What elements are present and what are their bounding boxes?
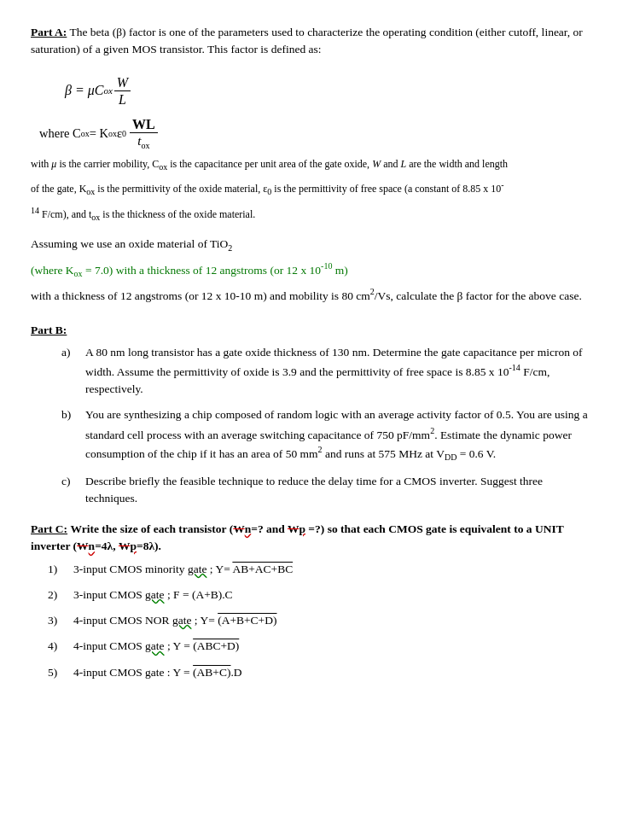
part-b-b-sup2: 2 — [318, 445, 323, 454]
part-a-title: Part A: — [31, 26, 67, 38]
desc3b: is the thickness of the oxide material. — [100, 208, 255, 220]
part-c-eq3: =4λ, — [95, 540, 119, 552]
assuming-line3: with a thickness of 12 angstroms (or 12 … — [31, 285, 597, 305]
assuming-green2: = 7.0) with a thickness of 12 angstroms … — [83, 263, 321, 276]
where-label: where C — [39, 125, 81, 143]
part-b-b-vdd: DD — [445, 453, 456, 463]
part-a-description: with μ is the carrier mobility, Cox is t… — [31, 156, 597, 173]
gate-label-4: gate — [145, 639, 165, 652]
desc-with: with — [31, 158, 51, 170]
part-b-item-a: a) A 80 nm long transistor has a gate ox… — [31, 344, 597, 398]
assuming-exp: -10 — [321, 261, 332, 271]
beta-ox-sub: ox — [103, 84, 112, 98]
desc2c: is the permittivity of free space (a con… — [271, 183, 501, 195]
part-c-content-2: 3-input CMOS gate ; F = (A+B).C — [73, 586, 597, 604]
part-b-label-a: a) — [61, 344, 85, 398]
cox-numerator: WL — [130, 116, 158, 133]
desc-and: and — [381, 158, 400, 170]
where-equals: = K — [90, 125, 108, 143]
formula-4: (ABC+D) — [193, 639, 239, 652]
part-b-a-exp: -14 — [509, 363, 520, 372]
part-c-num-2: 2) — [48, 586, 73, 604]
desc-exp: - — [501, 180, 503, 190]
part-c-intro-line: Part C: Write the size of each transisto… — [31, 521, 597, 556]
gate-label-3: gate — [172, 614, 192, 627]
part-a-description2: of the gate, Kox is the permittivity of … — [31, 178, 597, 198]
part-a-intro: Part A: The beta (β) factor is one of th… — [31, 24, 597, 59]
part-b-label: Part B: — [31, 324, 67, 336]
part-b-label-c: c) — [61, 473, 85, 508]
assuming-text3a: with a thickness of 12 angstroms (or 12 … — [31, 289, 370, 302]
wn2-strikethrough: W — [77, 540, 89, 552]
part-c-item-1: 1) 3-input CMOS minority gate ; Y= AB+AC… — [48, 561, 597, 578]
part-c-item-5: 5) 4-input CMOS gate : Y = (AB+C).D — [48, 664, 597, 681]
assuming-green3: m) — [332, 263, 347, 276]
part-c-list: 1) 3-input CMOS minority gate ; Y= AB+AC… — [48, 561, 597, 681]
formula-1: AB+AC+BC — [232, 563, 293, 575]
cox-fraction: WL tox — [130, 116, 158, 151]
beta-fraction: W L — [114, 74, 131, 108]
desc2b: is the permittivity of the oxide materia… — [95, 183, 267, 195]
part-b-item-c: c) Describe briefly the feasible techniq… — [31, 473, 597, 508]
assuming-kox-sub: ox — [74, 269, 83, 278]
part-a-section: Part A: The beta (β) factor is one of th… — [31, 24, 597, 224]
part-c-item-2: 2) 3-input CMOS gate ; F = (A+B).C — [48, 586, 597, 604]
part-c-num-3: 3) — [48, 612, 73, 629]
part-c-content-4: 4-input CMOS gate ; Y = (ABC+D) — [73, 638, 597, 655]
beta-symbol: β = μC — [65, 80, 103, 101]
desc1c: are the width and length — [406, 158, 508, 170]
epsilon-sub: 0 — [122, 127, 126, 140]
assuming-line1: Assuming we use an oxide material of TiO… — [31, 236, 597, 254]
desc1b: is the capacitance per unit area of the … — [167, 158, 372, 170]
formula-3: (A+B+C+D) — [218, 614, 276, 627]
desc-exp2: 14 — [31, 206, 39, 215]
part-b-content-c: Describe briefly the feasible technique … — [85, 473, 597, 508]
part-b-content-a: A 80 nm long transistor has a gate oxide… — [85, 344, 597, 398]
desc-W: W — [372, 158, 381, 170]
assuming-text1: Assuming we use an oxide material of TiO — [31, 237, 228, 250]
part-b-label-b: b) — [61, 406, 85, 464]
tox-sub: ox — [142, 141, 150, 150]
wn-strikethrough: W — [233, 522, 245, 535]
assuming-text3b: /Vs, calculate the β factor for the abov… — [375, 289, 582, 302]
part-c-item-4: 4) 4-input CMOS gate ; Y = (ABC+D) — [48, 638, 597, 655]
desc2a: of the gate, K — [31, 183, 86, 195]
assuming-line2-green: (where Kox = 7.0) with a thickness of 12… — [31, 260, 597, 280]
where-cox-row: where C ox = K ox ε 0 WL tox — [39, 116, 597, 151]
assuming-section: Assuming we use an oxide material of TiO… — [31, 236, 597, 305]
part-c-eq1: =? and — [251, 522, 288, 535]
part-c-num-5: 5) — [48, 664, 73, 681]
wp-strikethrough: W — [288, 522, 299, 535]
beta-formula-block: β = μC ox W L — [65, 74, 597, 108]
part-c-intro-bold: Write the size of each transistor ( — [70, 522, 233, 535]
part-c-content-3: 4-input CMOS NOR gate ; Y= (A+B+C+D) — [73, 612, 597, 629]
desc-kox-sub: ox — [86, 188, 95, 197]
gate-label-1: gate — [188, 563, 207, 575]
part-c-num-1: 1) — [48, 561, 73, 578]
wn2-label: n — [89, 540, 96, 552]
desc3a: F/cm), and t — [39, 208, 91, 220]
part-c-item-3: 3) 4-input CMOS NOR gate ; Y= (A+B+C+D) — [48, 612, 597, 629]
part-c-eq4: =8λ). — [137, 540, 161, 552]
part-b-item-b: b) You are synthesizing a chip composed … — [31, 406, 597, 464]
cox-denominator: tox — [135, 133, 152, 151]
part-c-content-5: 4-input CMOS gate : Y = (AB+C).D — [73, 664, 597, 681]
part-a-description3: 14 F/cm), and tox is the thickness of th… — [31, 204, 597, 224]
tio2-sub: 2 — [228, 243, 232, 253]
desc-cox-sub: ox — [159, 162, 167, 172]
part-b-b-sup1: 2 — [430, 426, 434, 435]
gate-label-2: gate — [145, 588, 165, 601]
part-a-intro-text: The beta (β) factor is one of the parame… — [31, 26, 583, 55]
formula-5: (AB+C) — [193, 666, 230, 679]
part-c-content-1: 3-input CMOS minority gate ; Y= AB+AC+BC — [73, 561, 597, 578]
beta-numerator: W — [114, 74, 131, 91]
kox-sub: ox — [108, 127, 117, 140]
wp2-strikethrough: W — [119, 540, 131, 552]
beta-denominator: L — [116, 91, 129, 108]
wp2-label: p — [130, 540, 137, 552]
part-c-num-4: 4) — [48, 638, 73, 655]
part-b-section: Part B: a) A 80 nm long transistor has a… — [31, 322, 597, 507]
part-b-content-b: You are synthesizing a chip composed of … — [85, 406, 597, 464]
assuming-green-text: (where K — [31, 263, 74, 276]
desc-tox-sub2: ox — [91, 213, 100, 222]
